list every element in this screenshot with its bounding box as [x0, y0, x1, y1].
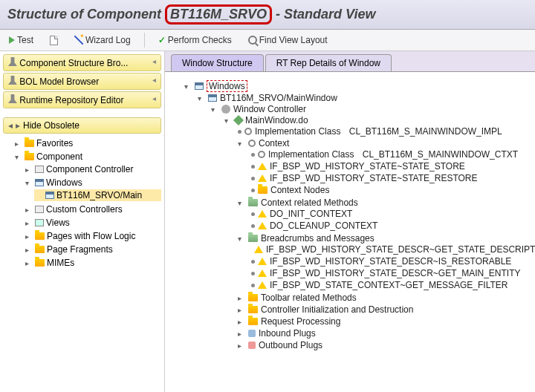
views-icon — [35, 219, 44, 226]
folder-icon — [25, 140, 34, 147]
rtree-bf1[interactable]: IF_BSP_WD_HISTORY_STATE_DESCR~GET_STATE_… — [251, 244, 529, 255]
folder-open-icon — [248, 235, 258, 242]
tree-views[interactable]: ▸Views — [24, 217, 161, 229]
rtree-ctx-impl[interactable]: Implementation Class CL_BT116M_S_MAINWIN… — [251, 149, 529, 160]
rtree-mainwindow[interactable]: ▾BT116M_SRVO/MainWindow — [198, 93, 529, 103]
warning-icon — [258, 270, 267, 277]
tree-windows[interactable]: ▾Windows — [24, 177, 161, 189]
left-tree: ▸Favorites ▾Component ▸Component Control… — [0, 135, 164, 392]
rtree-outbound-plugs[interactable]: ▸Outbound Plugs — [238, 340, 529, 350]
outbound-plug-icon — [248, 342, 256, 349]
rtree-ctx-if1[interactable]: IF_BSP_WD_HISTORY_STATE~STATE_STORE — [251, 161, 529, 172]
rtree-bf3[interactable]: IF_BSP_WD_HISTORY_STATE_DESCR~GET_MAIN_E… — [251, 268, 529, 278]
right-tree: ▾Windows ▾BT116M_SRVO/MainWindow ▾Window… — [165, 72, 535, 392]
play-icon — [9, 36, 15, 44]
rtree-bf2[interactable]: IF_BSP_WD_HISTORY_STATE_DESCR~IS_RESTORA… — [251, 256, 529, 267]
test-button[interactable]: Test — [6, 33, 36, 47]
nav-runtime-repo-editor[interactable]: Runtime Repository Editor — [3, 91, 161, 108]
left-panel: Component Structure Bro... BOL Model Bro… — [0, 51, 165, 392]
ring-icon — [244, 128, 252, 135]
tree-component-controller[interactable]: ▸Component Controller — [24, 163, 161, 175]
doc-icon — [50, 36, 58, 45]
tree-component[interactable]: ▾Component — [13, 151, 161, 163]
rtree-inbound-plugs[interactable]: ▸Inbound Plugs — [238, 328, 529, 339]
warning-icon — [258, 281, 267, 289]
rtree-context[interactable]: ▾Context — [238, 138, 529, 148]
rtree-toolbar-methods[interactable]: ▸Toolbar related Methods — [238, 293, 529, 303]
component-name-highlight: BT116M_SRVO — [165, 4, 272, 24]
folder-icon — [258, 186, 268, 194]
rtree-root-windows[interactable]: ▾Windows — [184, 80, 529, 92]
folder-icon — [35, 259, 45, 267]
wand-icon — [74, 36, 83, 45]
folder-icon — [248, 294, 258, 301]
wizard-log-button[interactable]: Wizard Log — [71, 33, 134, 47]
window-icon — [35, 179, 44, 186]
warning-icon — [258, 258, 267, 265]
tool-icon — [8, 76, 17, 85]
rtree-request-proc[interactable]: ▸Request Processing — [238, 316, 529, 327]
page-title: Structure of Component BT116M_SRVO - Sta… — [0, 0, 535, 30]
rtree-do-cleanup[interactable]: DO_CLEANUP_CONTEXT — [251, 220, 529, 231]
ring-icon — [258, 151, 265, 158]
rtree-impl-class[interactable]: Implementation Class CL_BT116M_S_MAINWIN… — [238, 126, 529, 137]
perform-checks-button[interactable]: ✓Perform Checks — [155, 33, 235, 47]
hide-obsolete-bar[interactable]: ◂ ▸ Hide Obsolete — [3, 117, 161, 134]
tabs: Window Structure RT Rep Details of Windo… — [165, 51, 535, 72]
rtree-ctx-methods[interactable]: ▾Context related Methods — [238, 197, 529, 208]
folder-icon — [248, 318, 258, 325]
tree-favorites[interactable]: ▸Favorites — [13, 137, 161, 149]
tab-window-structure[interactable]: Window Structure — [171, 54, 264, 71]
rtree-breadcrumbs-msgs[interactable]: ▾Breadcrumbs and Messages — [238, 233, 529, 244]
doc-button[interactable] — [47, 34, 61, 47]
left-arrow-icon[interactable]: ◂ — [8, 120, 13, 131]
tool-icon — [8, 94, 17, 103]
folder-icon — [35, 246, 45, 253]
tool-icon — [8, 57, 17, 66]
tab-rt-rep-details[interactable]: RT Rep Details of Window — [265, 54, 392, 71]
tree-window-item-main[interactable]: BT116M_SRVO/Main — [34, 189, 161, 201]
ring-icon — [248, 140, 256, 147]
search-icon — [248, 36, 257, 45]
warning-icon — [258, 222, 267, 229]
folder-icon — [35, 232, 45, 240]
rtree-do-init[interactable]: DO_INIT_CONTEXT — [251, 209, 529, 219]
folder-icon — [25, 153, 34, 160]
inbound-plug-icon — [248, 330, 256, 337]
nav-bol-model-browser[interactable]: BOL Model Browser — [3, 73, 161, 90]
controller-icon — [35, 166, 44, 173]
window-icon — [208, 94, 217, 102]
rtree-ctx-nodes[interactable]: Context Nodes — [251, 185, 529, 195]
gear-icon — [221, 105, 230, 114]
window-icon — [45, 192, 54, 199]
nav-component-structure-browser[interactable]: Component Structure Bro... — [3, 54, 161, 71]
right-arrow-icon[interactable]: ▸ — [16, 120, 20, 131]
rtree-window-controller[interactable]: ▾Window Controller — [211, 104, 529, 114]
warning-icon — [258, 163, 267, 170]
tree-pages-flow[interactable]: ▸Pages with Flow Logic — [24, 230, 161, 242]
find-view-layout-button[interactable]: Find View Layout — [245, 33, 331, 47]
rtree-mainwindow-do[interactable]: ▾MainWindow.do — [224, 115, 529, 125]
rtree-ctrl-init-destr[interactable]: ▸Controller Initialization and Destructi… — [238, 304, 529, 315]
tree-custom-controllers[interactable]: ▸Custom Controllers — [24, 203, 161, 215]
check-icon: ✓ — [158, 35, 166, 45]
warning-icon — [254, 246, 263, 253]
tree-page-fragments[interactable]: ▸Page Fragments — [24, 244, 161, 255]
right-panel: Window Structure RT Rep Details of Windo… — [165, 51, 535, 392]
folder-open-icon — [248, 199, 258, 206]
rtree-ctx-if2[interactable]: IF_BSP_WD_HISTORY_STATE~STATE_RESTORE — [251, 173, 529, 183]
rtree-bf4[interactable]: IF_BSP_WD_STATE_CONTEXT~GET_MESSAGE_FILT… — [251, 280, 529, 290]
window-icon — [195, 82, 204, 90]
warning-icon — [258, 210, 267, 218]
controller-icon — [35, 206, 44, 213]
diamond-icon — [233, 115, 244, 125]
tree-mimes[interactable]: ▸MIMEs — [24, 257, 161, 269]
toolbar: Test Wizard Log ✓Perform Checks Find Vie… — [0, 30, 535, 51]
warning-icon — [258, 174, 267, 182]
folder-icon — [248, 306, 258, 313]
